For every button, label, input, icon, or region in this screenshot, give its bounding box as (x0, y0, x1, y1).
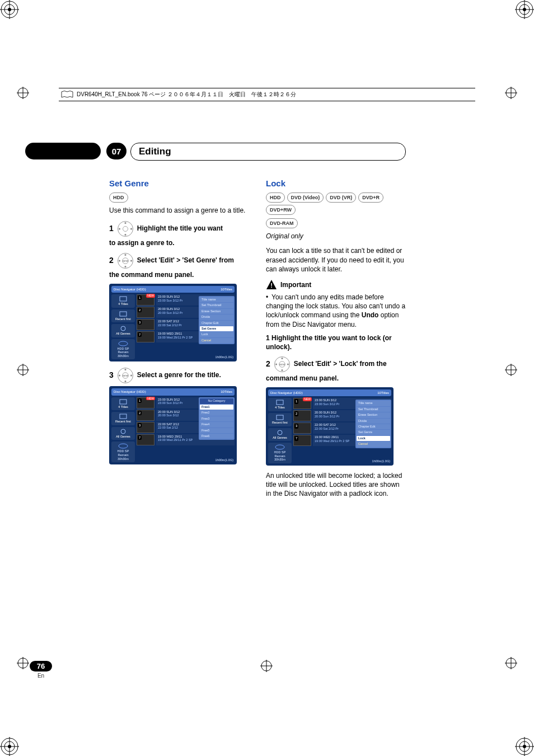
step-2-lock: 2 ENTER Select 'Edit' > 'Lock' from the (266, 356, 406, 373)
target-icon (505, 87, 517, 99)
media-badge: DVD (VR) (326, 192, 356, 203)
svg-point-75 (275, 364, 277, 365)
important-icon: ! (266, 279, 277, 290)
registration-mark (0, 737, 19, 756)
media-badge: DVD (Video) (287, 192, 324, 203)
right-column: Lock HDD DVD (Video) DVD (VR) DVD+R DVD+… (266, 178, 406, 504)
svg-point-52 (119, 260, 120, 261)
chapter-title: Editing (130, 143, 406, 161)
svg-point-76 (287, 364, 289, 365)
svg-point-46 (130, 228, 132, 230)
media-badge: DVD+R (358, 192, 383, 203)
chapter-number: 07 (106, 143, 127, 159)
svg-point-44 (124, 234, 126, 236)
media-badge: DVD-RAM (266, 218, 298, 228)
intro-text: Use this command to assign a genre to a … (109, 206, 249, 215)
chapter-tab (25, 143, 101, 159)
svg-rect-54 (120, 297, 127, 301)
important-bullet: •You can't undo any edits made before ch… (266, 293, 406, 329)
step-text: Select 'Edit' > 'Lock' from the (294, 356, 387, 368)
target-icon (260, 660, 273, 672)
original-only: Original only (266, 232, 406, 241)
edit-menu-popup: Title name Set Thumbnail Erase Section D… (199, 296, 235, 344)
step-text: Select a genre for the title. (137, 367, 221, 379)
step-number: 1 (109, 220, 114, 236)
media-badge: HDD (266, 192, 285, 203)
side-recent: Recent first (111, 309, 135, 323)
target-icon (17, 364, 29, 376)
svg-point-73 (281, 358, 283, 359)
registration-mark (515, 737, 534, 756)
step-number: 3 (109, 367, 114, 383)
svg-point-42 (123, 227, 128, 232)
step-2: 2 ENTER Select 'Edit' > 'Set Genre' from (109, 252, 249, 269)
target-icon (505, 364, 517, 376)
svg-point-74 (281, 369, 283, 371)
svg-point-67 (121, 429, 125, 434)
target-icon (17, 657, 29, 669)
important-heading: ! Important (266, 279, 406, 290)
svg-point-64 (130, 375, 132, 377)
svg-text:ENTER: ENTER (123, 375, 129, 377)
target-icon (505, 657, 517, 669)
step-2-lock-cont: command menu panel. (266, 374, 406, 383)
step-1: 1 Highlight the title you want (109, 220, 249, 237)
page-lang: En (30, 673, 52, 679)
frame-header-text: DVR640H_RLT_EN.book 76 ページ ２００６年４月１１日 火曜… (77, 91, 296, 98)
step-number: 2 (109, 252, 114, 268)
important-label: Important (280, 280, 311, 289)
side-titles: 4 Titles (111, 294, 135, 308)
dn-title: Disc Navigator (HDD) (114, 287, 146, 292)
dpad-enter-icon: ENTER (117, 252, 134, 269)
svg-point-45 (119, 228, 120, 230)
svg-point-56 (121, 326, 125, 331)
svg-point-63 (119, 375, 120, 377)
svg-point-50 (124, 254, 126, 256)
svg-text:!: ! (270, 282, 273, 289)
left-column: Set Genre HDD Use this command to assign… (109, 178, 249, 504)
section-heading-lock: Lock (266, 178, 406, 189)
step-number: 2 (266, 356, 270, 372)
disc-navigator-screenshot: Disc Navigator (HDD) 10Titles 4 Titles R… (109, 386, 237, 464)
disc-navigator-screenshot: Disc Navigator (HDD) 10Titles 4 Titles R… (266, 387, 394, 466)
side-media: HDD SP Remain30h30m (111, 339, 135, 360)
svg-rect-55 (120, 312, 127, 316)
edit-menu-popup: Title name Set Thumbnail Erase Section D… (355, 400, 391, 448)
step-1-lock: 1 Highlight the title you want to lock (… (266, 334, 406, 351)
svg-point-80 (275, 445, 284, 449)
svg-point-62 (124, 381, 126, 382)
step-1-cont: to assign a genre to. (109, 238, 249, 247)
side-genres: All Genres (111, 324, 135, 337)
svg-point-68 (119, 444, 128, 448)
media-badge: DVD+RW (266, 205, 296, 215)
svg-rect-66 (120, 414, 127, 419)
step-text: Highlight the title you want (137, 220, 223, 233)
step-text: Select 'Edit' > 'Set Genre' from (137, 252, 234, 265)
page-footer: 76 En (30, 661, 52, 679)
svg-text:ENTER: ENTER (279, 364, 285, 366)
media-badge-hdd: HDD (109, 192, 128, 203)
dpad-enter-icon: ENTER (117, 367, 134, 384)
svg-point-43 (124, 222, 126, 224)
lock-intro: You can lock a title so that it can't be… (266, 246, 406, 274)
svg-rect-78 (277, 415, 283, 420)
lock-outro: An unlocked title will become locked; a … (266, 471, 406, 499)
svg-rect-77 (277, 400, 283, 405)
svg-point-61 (124, 369, 126, 370)
dn-title: Disc Navigator (HDD) (114, 389, 146, 394)
disc-navigator-screenshot: Disc Navigator (HDD) 10Titles 4 Titles R… (109, 284, 237, 362)
svg-rect-65 (120, 400, 127, 404)
svg-point-53 (130, 260, 132, 261)
dn-count: 10Titles (221, 389, 232, 394)
dn-count: 10Titles (221, 287, 232, 292)
book-icon (61, 91, 73, 98)
svg-point-57 (119, 341, 128, 346)
frame-header: DVR640H_RLT_EN.book 76 ページ ２００６年４月１１日 火曜… (59, 88, 475, 101)
target-icon (17, 87, 29, 99)
dn-footer: 1h00m(1.0G) (216, 355, 233, 359)
genre-list-popup: No Category Free1 Free2 Free3 Free4 Free… (199, 397, 235, 440)
section-heading-set-genre: Set Genre (109, 178, 249, 189)
registration-mark (0, 0, 19, 19)
step-2-cont: the command menu panel. (109, 270, 249, 279)
svg-text:ENTER: ENTER (123, 260, 129, 262)
